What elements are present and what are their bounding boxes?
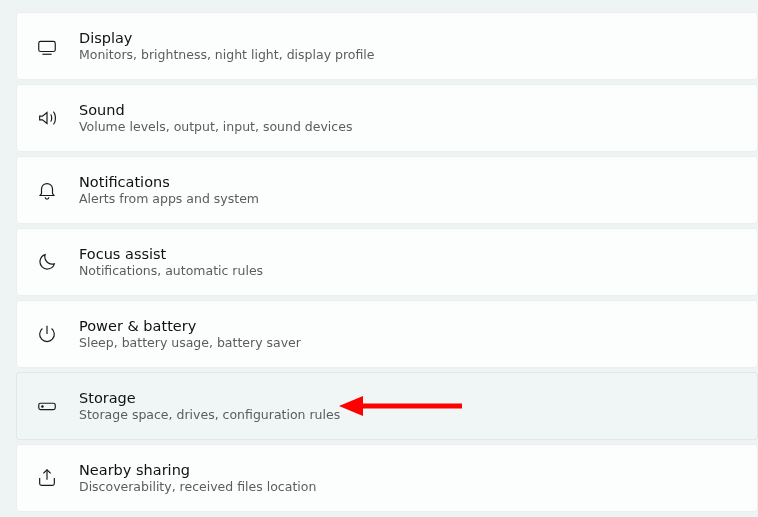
settings-item-title: Power & battery <box>79 318 301 334</box>
power-icon <box>35 322 59 346</box>
svg-marker-5 <box>339 396 363 416</box>
settings-item-display[interactable]: Display Monitors, brightness, night ligh… <box>16 12 758 80</box>
moon-icon <box>35 250 59 274</box>
svg-rect-0 <box>39 41 56 51</box>
settings-item-subtitle: Sleep, battery usage, battery saver <box>79 335 301 350</box>
settings-item-focus-assist[interactable]: Focus assist Notifications, automatic ru… <box>16 228 758 296</box>
svg-point-3 <box>42 406 43 407</box>
settings-item-sound[interactable]: Sound Volume levels, output, input, soun… <box>16 84 758 152</box>
settings-item-nearby-sharing[interactable]: Nearby sharing Discoverability, received… <box>16 444 758 512</box>
system-settings-list: Display Monitors, brightness, night ligh… <box>16 12 758 512</box>
settings-item-title: Sound <box>79 102 352 118</box>
display-icon <box>35 34 59 58</box>
settings-item-notifications[interactable]: Notifications Alerts from apps and syste… <box>16 156 758 224</box>
settings-item-subtitle: Notifications, automatic rules <box>79 263 263 278</box>
settings-item-subtitle: Alerts from apps and system <box>79 191 259 206</box>
settings-item-subtitle: Storage space, drives, configuration rul… <box>79 407 340 422</box>
settings-item-title: Focus assist <box>79 246 263 262</box>
bell-icon <box>35 178 59 202</box>
sound-icon <box>35 106 59 130</box>
settings-item-title: Nearby sharing <box>79 462 316 478</box>
annotation-arrow-icon <box>337 391 467 421</box>
settings-item-subtitle: Volume levels, output, input, sound devi… <box>79 119 352 134</box>
settings-item-title: Storage <box>79 390 340 406</box>
settings-item-power-battery[interactable]: Power & battery Sleep, battery usage, ba… <box>16 300 758 368</box>
settings-item-subtitle: Discoverability, received files location <box>79 479 316 494</box>
storage-icon <box>35 394 59 418</box>
settings-item-title: Notifications <box>79 174 259 190</box>
settings-item-storage[interactable]: Storage Storage space, drives, configura… <box>16 372 758 440</box>
settings-item-title: Display <box>79 30 374 46</box>
share-icon <box>35 466 59 490</box>
settings-item-subtitle: Monitors, brightness, night light, displ… <box>79 47 374 62</box>
